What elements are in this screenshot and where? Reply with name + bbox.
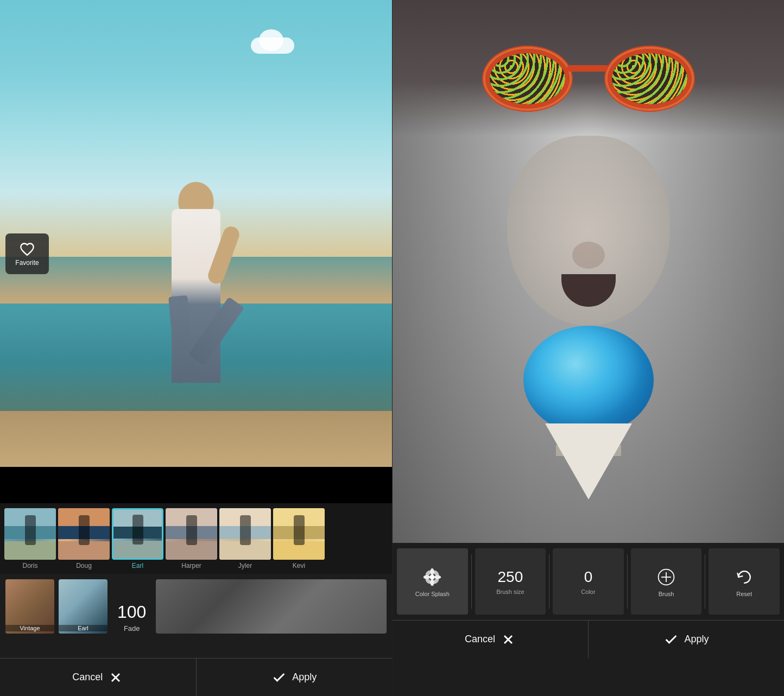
bw-background (393, 0, 784, 543)
filter-thumb-doris (4, 508, 56, 560)
glasses-nose-bridge (567, 65, 610, 72)
vintage-thumbnail[interactable]: Vintage (5, 579, 54, 634)
cloud-decoration (251, 37, 294, 54)
face-nose (572, 242, 605, 269)
filter-thumb-doug (58, 508, 110, 560)
filter-label-kevi: Kevi (293, 562, 305, 570)
photo-sand (0, 411, 392, 467)
glasses-right-lens (608, 49, 692, 109)
brush-plus-icon (656, 567, 676, 587)
left-controls: Vintage Earl 100 Fade Cancel (0, 574, 392, 696)
left-controls-top: Vintage Earl 100 Fade (0, 574, 392, 658)
glasses-flowers-right (612, 53, 687, 104)
color-control[interactable]: 0 Color (553, 548, 624, 615)
snowcone-area (513, 326, 665, 499)
tool-divider-4 (705, 554, 705, 609)
earl-thumbnail[interactable]: Earl (59, 579, 108, 634)
cancel-x-icon (108, 670, 123, 685)
brush-icon (655, 566, 677, 588)
apply-check-icon (271, 670, 287, 685)
filter-thumb-harper (166, 508, 217, 560)
svg-point-2 (430, 574, 435, 579)
color-label: Color (581, 589, 595, 595)
sunglasses-area (475, 43, 703, 114)
left-cancel-button[interactable]: Cancel (0, 659, 197, 696)
person-figure (136, 100, 256, 383)
filter-label-doug: Doug (76, 562, 92, 570)
tool-divider-1 (471, 554, 472, 609)
filter-label-harper: Harper (181, 562, 201, 570)
color-splash-label: Color Splash (415, 591, 450, 597)
color-splash-tool[interactable]: Color Splash (397, 548, 468, 615)
snowcone-ice (523, 326, 654, 434)
right-panel: Color Splash 250 Brush size 0 Color (393, 0, 784, 696)
right-apply-button[interactable]: Apply (589, 621, 784, 658)
filter-label-doris: Doris (22, 562, 37, 570)
right-cancel-x-icon (501, 632, 516, 647)
fade-value: 100 (117, 602, 146, 622)
fade-control: 100 Fade (112, 579, 151, 655)
left-apply-button[interactable]: Apply (197, 659, 393, 696)
right-apply-check-icon (663, 632, 679, 647)
right-photo (393, 0, 784, 543)
reset-icon (734, 566, 755, 588)
filter-strip: Doris Doug (0, 503, 392, 574)
right-controls: Color Splash 250 Brush size 0 Color (393, 543, 784, 696)
glasses-flowers-left (490, 53, 565, 104)
filter-label-earl: Earl (132, 562, 143, 570)
left-action-bar: Cancel Apply (0, 658, 392, 696)
tool-divider-3 (627, 554, 628, 609)
left-cancel-label: Cancel (72, 672, 103, 683)
filter-item-doug[interactable]: Doug (58, 508, 110, 570)
earl-control-label: Earl (59, 625, 108, 631)
right-cancel-label: Cancel (465, 634, 495, 645)
heart-icon (19, 242, 35, 257)
fade-label: Fade (124, 624, 140, 632)
favorite-button[interactable]: Favorite (5, 233, 49, 274)
right-cancel-button[interactable]: Cancel (393, 621, 589, 658)
reset-label: Reset (736, 591, 752, 597)
flower-svg-icon (422, 567, 442, 587)
brush-tool[interactable]: Brush (631, 548, 702, 615)
left-apply-label: Apply (292, 672, 317, 683)
vintage-label: Vintage (5, 625, 54, 631)
brush-label: Brush (659, 591, 674, 597)
filter-thumb-jyler (219, 508, 271, 560)
undo-svg-icon (735, 567, 754, 587)
right-apply-label: Apply (684, 634, 709, 645)
filter-item-jyler[interactable]: Jyler (219, 508, 271, 570)
face-area (507, 136, 670, 326)
left-panel: Favorite Doris (0, 0, 392, 696)
left-photo: Favorite (0, 0, 392, 467)
filter-item-kevi[interactable]: Kevi (273, 508, 325, 570)
filter-item-harper[interactable]: Harper (166, 508, 217, 570)
snowcone-cup (545, 423, 632, 499)
rocks-thumbnail[interactable] (156, 579, 387, 634)
right-action-bar: Cancel Apply (393, 620, 784, 658)
brush-size-value: 250 (498, 568, 523, 586)
favorite-label: Favorite (15, 259, 39, 267)
brush-size-label: Brush size (496, 589, 524, 595)
brush-size-control[interactable]: 250 Brush size (475, 548, 546, 615)
glasses-left-lens (485, 49, 570, 109)
reset-tool[interactable]: Reset (709, 548, 780, 615)
color-value: 0 (584, 568, 593, 586)
filter-thumb-kevi (273, 508, 325, 560)
filter-item-doris[interactable]: Doris (4, 508, 56, 570)
filter-thumb-earl (112, 508, 163, 560)
color-splash-icon (421, 566, 443, 588)
tool-divider-2 (549, 554, 549, 609)
filter-item-earl[interactable]: Earl (112, 508, 163, 570)
filter-label-jyler: Jyler (238, 562, 252, 570)
right-controls-top: Color Splash 250 Brush size 0 Color (393, 543, 784, 620)
